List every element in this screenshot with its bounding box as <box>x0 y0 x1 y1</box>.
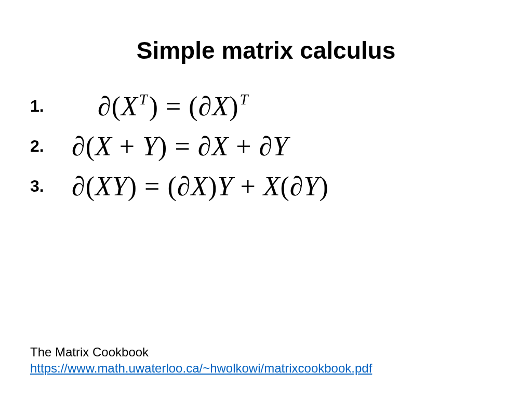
list-item: 2. ∂(X + Y) = ∂X + ∂Y <box>30 131 329 162</box>
equation-list: 1. ∂(XT) = (∂X)T 2. ∂(X + Y) = ∂X + ∂Y 3… <box>30 91 329 211</box>
equation: ∂(X + Y) = ∂X + ∂Y <box>72 131 288 162</box>
list-item: 1. ∂(XT) = (∂X)T <box>30 91 329 122</box>
equation: ∂(XY) = (∂X)Y + X(∂Y) <box>72 171 329 202</box>
reference-footer: The Matrix Cookbook https://www.math.uwa… <box>30 344 372 376</box>
equation: ∂(XT) = (∂X)T <box>98 91 249 122</box>
item-number: 2. <box>30 137 61 156</box>
reference-title: The Matrix Cookbook <box>30 344 372 360</box>
item-number: 1. <box>30 97 61 116</box>
item-number: 3. <box>30 177 61 196</box>
slide-title: Simple matrix calculus <box>0 36 532 64</box>
list-item: 3. ∂(XY) = (∂X)Y + X(∂Y) <box>30 171 329 202</box>
reference-link[interactable]: https://www.math.uwaterloo.ca/~hwolkowi/… <box>30 360 372 376</box>
